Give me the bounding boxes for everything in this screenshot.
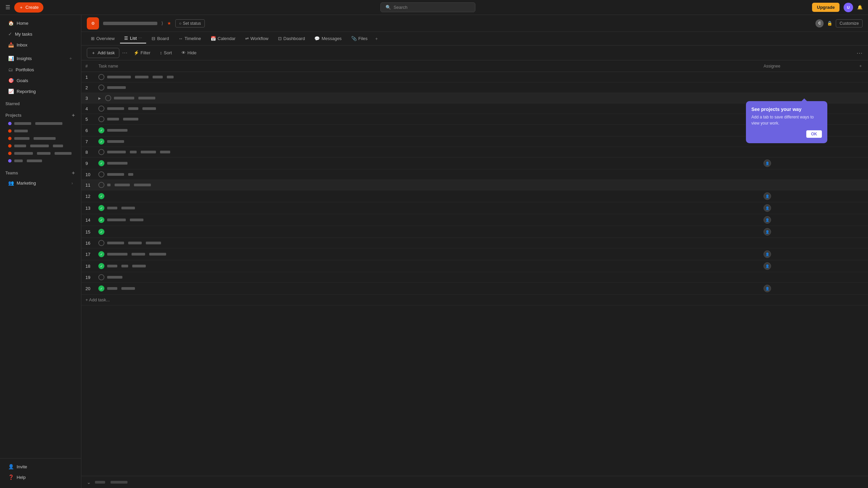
table-row[interactable]: 14 👤	[81, 214, 868, 226]
expand-marketing-icon[interactable]: ›	[72, 181, 73, 186]
expand-row-icon[interactable]: ▶	[98, 96, 101, 100]
table-row[interactable]: 20 👤	[81, 283, 868, 295]
hide-button[interactable]: 👁 Hide	[178, 49, 200, 57]
user-avatar[interactable]: U	[844, 3, 853, 12]
sidebar-item-help[interactable]: ❓ Help	[3, 472, 78, 482]
add-task-row[interactable]: + Add task...	[81, 295, 868, 305]
add-team-icon[interactable]: ＋	[71, 170, 76, 176]
project-item-3[interactable]	[3, 135, 78, 142]
table-row[interactable]: 1	[81, 72, 868, 82]
sidebar-item-insights[interactable]: 📊 Insights ＋	[3, 53, 78, 64]
table-row[interactable]: 2	[81, 82, 868, 93]
table-row[interactable]: 16	[81, 238, 868, 248]
sidebar-item-marketing[interactable]: 👥 Marketing ›	[3, 178, 78, 188]
table-row[interactable]: 12 👤	[81, 190, 868, 202]
col-add[interactable]: ＋	[854, 60, 868, 72]
expand-icon[interactable]: ⟩	[161, 21, 163, 26]
task-checkbox[interactable]	[98, 149, 104, 155]
tab-timeline[interactable]: ↔ Timeline	[174, 34, 205, 43]
assignee-avatar[interactable]: 👤	[764, 192, 771, 200]
task-checkbox[interactable]	[98, 205, 104, 211]
task-checkbox[interactable]	[98, 285, 104, 292]
task-checkbox[interactable]	[98, 160, 104, 166]
task-checkbox[interactable]	[98, 106, 104, 112]
sort-button[interactable]: ↕ Sort	[156, 49, 175, 57]
add-task-button[interactable]: ＋ Add task	[87, 48, 119, 58]
task-checkbox[interactable]	[98, 182, 104, 188]
table-row[interactable]: 13 👤	[81, 202, 868, 214]
customize-button[interactable]: Customize	[836, 19, 863, 27]
sidebar-item-home[interactable]: 🏠 Home	[3, 18, 78, 28]
table-row[interactable]: 15 👤	[81, 226, 868, 238]
notifications-icon[interactable]: 🔔	[857, 5, 863, 10]
task-checkbox[interactable]	[98, 171, 104, 177]
task-checkbox[interactable]	[98, 217, 104, 223]
create-button[interactable]: ＋ Create	[14, 2, 43, 13]
tab-workflow[interactable]: ⇌ Workflow	[241, 34, 273, 43]
project-item-5[interactable]	[3, 150, 78, 157]
search-bar[interactable]: 🔍 Search	[380, 2, 475, 12]
task-checkbox[interactable]	[98, 138, 104, 145]
star-icon[interactable]: ★	[167, 21, 171, 26]
project-item-1[interactable]	[3, 120, 78, 127]
table-row[interactable]: 18 👤	[81, 260, 868, 272]
tooltip-ok-button[interactable]: OK	[806, 130, 822, 138]
table-row[interactable]: 19	[81, 272, 868, 283]
table-row[interactable]: 10	[81, 169, 868, 180]
tab-calendar[interactable]: 📅 Calendar	[206, 34, 240, 43]
task-checkbox[interactable]	[98, 229, 104, 235]
task-checkbox[interactable]	[98, 85, 104, 91]
task-checkbox[interactable]	[98, 274, 104, 280]
task-checkbox[interactable]	[105, 95, 111, 101]
hamburger-icon[interactable]: ☰	[5, 4, 10, 11]
assignee-avatar[interactable]: 👤	[764, 216, 771, 224]
filter-button[interactable]: ⚡ Filter	[130, 49, 154, 57]
tab-dashboard[interactable]: ⊡ Dashboard	[274, 34, 309, 43]
add-column-icon[interactable]: ＋	[859, 63, 863, 68]
assignee-avatar[interactable]: 👤	[764, 250, 771, 258]
lock-icon[interactable]: 🔒	[827, 21, 832, 26]
tab-overview[interactable]: ⊞ Overview	[87, 34, 119, 43]
task-checkbox[interactable]	[98, 127, 104, 133]
toolbar-more-icon[interactable]: ⋯	[856, 49, 863, 57]
assignee-avatar[interactable]: 👤	[764, 159, 771, 167]
table-row[interactable]: 17 👤	[81, 248, 868, 260]
tab-messages[interactable]: 💬 Messages	[310, 34, 346, 43]
sidebar-item-goals[interactable]: 🎯 Goals	[3, 75, 78, 86]
tab-board[interactable]: ⊟ Board	[147, 34, 173, 43]
collapse-icon[interactable]: ⌄	[87, 480, 91, 485]
task-name-cell	[94, 125, 760, 136]
sidebar-item-portfolios[interactable]: 🗂 Portfolios	[3, 64, 78, 75]
table-row[interactable]: 9 👤	[81, 157, 868, 169]
task-checkbox[interactable]	[98, 193, 104, 199]
add-project-icon[interactable]: ＋	[71, 112, 76, 118]
table-row[interactable]: 11	[81, 180, 868, 190]
tab-list[interactable]: ☰ List ⋯	[120, 34, 146, 43]
sidebar-item-inbox[interactable]: 📥 Inbox	[3, 40, 78, 50]
project-item-2[interactable]	[3, 128, 78, 134]
task-checkbox[interactable]	[98, 74, 104, 80]
more-options-icon[interactable]: ⋯	[122, 50, 127, 56]
project-item-4[interactable]	[3, 143, 78, 149]
task-name-cell	[94, 169, 760, 180]
assignee-avatar[interactable]: 👤	[764, 285, 771, 292]
tab-files[interactable]: 📎 Files	[347, 34, 372, 43]
assignee-avatar[interactable]: 👤	[764, 228, 771, 236]
sidebar-item-my-tasks[interactable]: ✓ My tasks	[3, 29, 78, 39]
task-checkbox[interactable]	[98, 240, 104, 246]
assignee-avatar[interactable]: 👤	[764, 262, 771, 270]
add-tab-button[interactable]: ＋	[374, 36, 379, 42]
sidebar-item-reporting[interactable]: 📈 Reporting	[3, 86, 78, 96]
project-item-6[interactable]	[3, 157, 78, 164]
upgrade-button[interactable]: Upgrade	[812, 3, 840, 12]
task-checkbox[interactable]	[98, 116, 104, 122]
tab-options-icon[interactable]: ⋯	[138, 36, 142, 40]
set-status-button[interactable]: ○ Set status	[175, 19, 205, 27]
collaborator-avatar[interactable]: C	[815, 19, 824, 27]
task-checkbox[interactable]	[98, 251, 104, 257]
add-insight-icon[interactable]: ＋	[68, 55, 73, 61]
sidebar-item-invite[interactable]: 👤 Invite	[3, 462, 78, 472]
table-row[interactable]: 8	[81, 147, 868, 157]
task-checkbox[interactable]	[98, 263, 104, 269]
assignee-avatar[interactable]: 👤	[764, 204, 771, 212]
